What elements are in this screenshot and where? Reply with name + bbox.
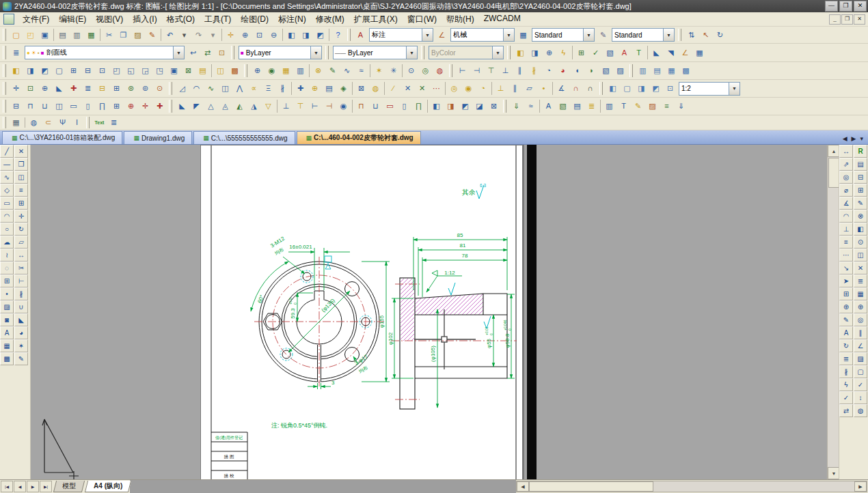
toolbar-grip[interactable]	[503, 100, 506, 113]
pt-1-button[interactable]: ✚	[293, 82, 308, 96]
ref-10-button[interactable]: ◗	[584, 64, 599, 78]
vp-7-button[interactable]: ◳	[152, 64, 167, 78]
ref-12-button[interactable]: ▨	[613, 64, 627, 78]
text-style-combo-dropdown-icon[interactable]: ▼	[422, 29, 433, 41]
geo-5-button[interactable]: ∡	[554, 82, 569, 96]
vp-rect-button[interactable]: ▢	[52, 64, 66, 78]
toolbar-grip[interactable]	[3, 117, 6, 128]
horizontal-scroll-thumb[interactable]	[529, 481, 653, 492]
ref-8-button[interactable]: ◕	[556, 64, 570, 78]
paste-button[interactable]: ▨	[131, 28, 145, 42]
toolbar-grip[interactable]	[347, 29, 351, 42]
mdi-minimize-button[interactable]: _	[829, 14, 841, 25]
break-button[interactable]: ∦	[14, 287, 28, 300]
tab-list-icon[interactable]: ▾	[858, 135, 865, 142]
leader-button[interactable]: ↘	[839, 262, 853, 274]
mdi-restore-button[interactable]: ❐	[841, 14, 853, 25]
shape-2-button[interactable]: ◤	[189, 100, 204, 113]
vp-new-button[interactable]: ◧	[9, 64, 23, 78]
align-3-button[interactable]: ▦	[664, 64, 679, 78]
panel-18-button[interactable]: ✓	[854, 378, 867, 391]
ref-11-button[interactable]: ▧	[599, 64, 613, 78]
table-style-button[interactable]: ▦	[516, 28, 530, 42]
menu-item-10[interactable]: 窗口(W)	[403, 12, 442, 27]
menu-item-0[interactable]: 文件(F)	[18, 12, 54, 27]
offset-button[interactable]: ≡	[14, 184, 28, 197]
erase-button[interactable]: ✕	[14, 145, 28, 158]
stretch-button[interactable]: ↔	[14, 249, 28, 262]
dim-update-2-button[interactable]: ↻	[839, 339, 853, 352]
scale-button[interactable]: ▱	[14, 236, 28, 249]
ref-2-button[interactable]: ⊣	[470, 64, 484, 78]
quick-edit-button[interactable]: ✎	[325, 64, 340, 78]
fast-9-button[interactable]: ⊕	[124, 100, 138, 113]
dim-edit-2-button[interactable]: ✎	[839, 313, 853, 326]
restore-button[interactable]: ❐	[839, 1, 852, 12]
shape-4-button[interactable]: ◬	[218, 100, 232, 113]
break-3-button[interactable]: ✕	[415, 82, 429, 96]
layer-translate-button[interactable]: ⇄	[200, 46, 215, 59]
corner-2-button[interactable]: ◥	[664, 46, 678, 59]
corner-1-button[interactable]: ◣	[649, 46, 664, 59]
mech-3-button[interactable]: ⊕	[38, 82, 52, 96]
panel-17-button[interactable]: ▢	[854, 365, 867, 378]
vp-8-button[interactable]: ▣	[167, 64, 181, 78]
ref-3-button[interactable]: ⊤	[484, 64, 498, 78]
toolbar-grip[interactable]	[169, 82, 172, 96]
txt-4-button[interactable]: ≣	[584, 100, 599, 113]
drawing-canvas[interactable]: 借(通)用件登记 描 图 描 校	[31, 145, 827, 479]
ref-1-button[interactable]: ⊢	[455, 64, 470, 78]
redo-list-button[interactable]: ▾	[206, 28, 220, 42]
part-9-button[interactable]: ▯	[397, 100, 411, 113]
join-button[interactable]: ∪	[14, 300, 28, 313]
match-properties-button[interactable]: ✎	[145, 28, 159, 42]
shape-3-button[interactable]: △	[204, 100, 218, 113]
pt-2-button[interactable]: ⊕	[308, 82, 322, 96]
dim-aligned-button[interactable]: ⇗	[839, 158, 853, 171]
tolerance-button[interactable]: ⊞	[839, 287, 853, 300]
world-button[interactable]: ◍	[27, 116, 41, 130]
fast-8-button[interactable]: ⊞	[109, 100, 124, 113]
dim-continue-button[interactable]: ⋯	[839, 249, 853, 262]
dim-ordinate-button[interactable]: ⊥	[839, 223, 853, 236]
zoom-object-2-button[interactable]: ◉	[265, 64, 279, 78]
mleader-style-combo[interactable]: Standard▼	[612, 28, 675, 42]
fast-1-button[interactable]: ⊟	[9, 100, 23, 113]
fast-7-button[interactable]: ∏	[95, 100, 109, 113]
text-tool-button[interactable]: Text	[92, 116, 107, 130]
ref-5-button[interactable]: ∥	[513, 64, 527, 78]
surf-1-button[interactable]: ⇓	[509, 100, 524, 113]
panel-1-button[interactable]: ▤	[854, 158, 867, 171]
layer-combo[interactable]: ●☀▪■剖面线▼	[25, 46, 185, 59]
fast-10-button[interactable]: ✛	[138, 100, 152, 113]
align-4-button[interactable]: ▩	[679, 64, 693, 78]
circle-button[interactable]: ○	[0, 223, 14, 236]
toolbar-grip[interactable]	[599, 82, 603, 96]
ellipse-button[interactable]: ◌	[0, 262, 14, 274]
zoom-object-button[interactable]: ⊕	[542, 46, 556, 59]
sheet-set-button[interactable]: ◫	[213, 64, 228, 78]
point-button[interactable]: •	[0, 287, 14, 300]
list-tool-button[interactable]: ≣	[107, 116, 121, 130]
mech-1-button[interactable]: ✛	[9, 82, 23, 96]
mech-11-button[interactable]: ⊙	[152, 82, 167, 96]
dim-style-combo-dropdown-icon[interactable]: ▼	[503, 29, 514, 41]
panel-6-button[interactable]: ◧	[854, 223, 867, 236]
zoom-in-button[interactable]: ⊕	[250, 64, 265, 78]
insert-block-button[interactable]: ⊞	[0, 274, 14, 287]
sheet-tab-0[interactable]: 模型	[53, 481, 85, 492]
mech-6-button[interactable]: ≣	[81, 82, 95, 96]
circ-1-button[interactable]: ◎	[447, 82, 461, 96]
flash-button[interactable]: ϟ	[556, 46, 571, 59]
scroll-right-button[interactable]: ▶	[854, 481, 867, 492]
part-8-button[interactable]: ▭	[383, 100, 397, 113]
region-button[interactable]: ◙	[0, 313, 14, 326]
mech-8-button[interactable]: ⊞	[109, 82, 124, 96]
vp-6-button[interactable]: ◲	[138, 64, 152, 78]
tab-scroll-left-icon[interactable]: ◀	[841, 135, 850, 142]
dim-regen-button[interactable]: ↻	[713, 28, 727, 42]
zoom-realtime-button[interactable]: ⊕	[238, 28, 252, 42]
pt-5-button[interactable]: ⊠	[354, 82, 368, 96]
panel-15-button[interactable]: ∠	[854, 339, 867, 352]
camera-1-button[interactable]: ⊙	[404, 64, 418, 78]
